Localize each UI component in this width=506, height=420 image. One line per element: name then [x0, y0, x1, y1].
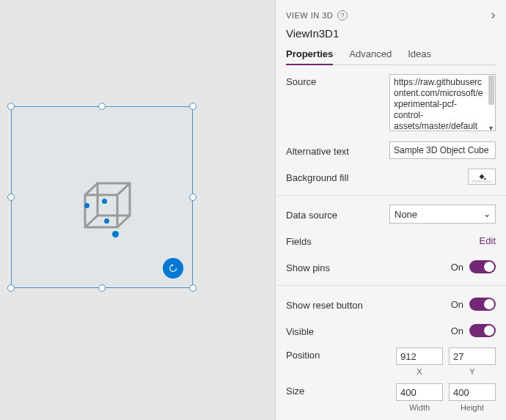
showpins-state: On — [451, 262, 463, 273]
showreset-toggle[interactable] — [469, 298, 496, 311]
bgfill-picker[interactable] — [468, 169, 496, 185]
fields-label: Fields — [286, 234, 480, 247]
tab-advanced[interactable]: Advanced — [349, 48, 392, 65]
help-icon[interactable]: ? — [337, 10, 348, 21]
reset-icon — [168, 263, 178, 273]
collapse-panel-button[interactable]: › — [491, 7, 496, 23]
scrollbar-thumb[interactable] — [488, 75, 494, 105]
object-name: ViewIn3D1 — [286, 27, 496, 40]
resize-handle-t[interactable] — [98, 103, 106, 110]
position-label: Position — [286, 347, 396, 361]
pin-marker[interactable] — [84, 203, 89, 208]
alt-text-label: Alternative text — [286, 144, 389, 157]
visible-state: On — [451, 325, 463, 336]
tab-bar: Properties Advanced Ideas — [286, 48, 496, 65]
showreset-state: On — [451, 299, 463, 310]
size-width-caption: Width — [409, 403, 430, 412]
properties-panel: VIEW IN 3D ? › ViewIn3D1 Properties Adva… — [275, 0, 506, 420]
svg-line-3 — [117, 183, 130, 195]
fields-edit-link[interactable]: Edit — [480, 235, 496, 246]
visible-label: Visible — [286, 324, 451, 337]
view-in-3d-control[interactable] — [11, 106, 193, 288]
bgfill-label: Background fill — [286, 170, 389, 183]
tab-ideas[interactable]: Ideas — [408, 48, 431, 65]
source-input[interactable] — [389, 74, 496, 131]
datasource-select[interactable]: None ⌄ — [389, 205, 496, 224]
position-x-caption: X — [417, 367, 422, 376]
resize-handle-br[interactable] — [189, 284, 197, 292]
source-label: Source — [286, 74, 389, 87]
position-y-input[interactable] — [449, 347, 496, 365]
svg-line-2 — [85, 183, 98, 195]
showpins-toggle[interactable] — [469, 260, 496, 273]
svg-line-5 — [117, 215, 130, 227]
showpins-label: Show pins — [286, 260, 451, 273]
pin-marker[interactable] — [102, 199, 107, 204]
canvas-area — [0, 0, 275, 420]
datasource-value: None — [395, 209, 417, 220]
resize-handle-bl[interactable] — [7, 284, 15, 292]
position-y-caption: Y — [469, 367, 474, 376]
pin-marker[interactable] — [112, 231, 119, 237]
resize-handle-r[interactable] — [189, 194, 197, 201]
tab-properties[interactable]: Properties — [286, 48, 333, 65]
dropdown-icon[interactable]: ▼ — [488, 125, 494, 132]
reset-view-button[interactable] — [163, 258, 183, 279]
resize-handle-b[interactable] — [98, 284, 106, 292]
panel-caption: VIEW IN 3D — [286, 11, 333, 20]
position-x-input[interactable] — [396, 347, 443, 365]
resize-handle-tl[interactable] — [7, 103, 15, 110]
size-width-input[interactable] — [396, 383, 443, 401]
resize-handle-tr[interactable] — [189, 103, 197, 110]
size-height-input[interactable] — [449, 383, 496, 401]
size-label: Size — [286, 383, 396, 397]
chevron-down-icon: ⌄ — [483, 209, 491, 219]
showreset-label: Show reset button — [286, 298, 451, 311]
size-height-caption: Height — [461, 403, 484, 412]
pin-marker[interactable] — [104, 218, 109, 224]
resize-handle-l[interactable] — [7, 194, 15, 201]
svg-line-4 — [85, 215, 98, 227]
alt-text-input[interactable] — [389, 141, 496, 159]
visible-toggle[interactable] — [469, 324, 496, 337]
datasource-label: Data source — [286, 207, 389, 221]
